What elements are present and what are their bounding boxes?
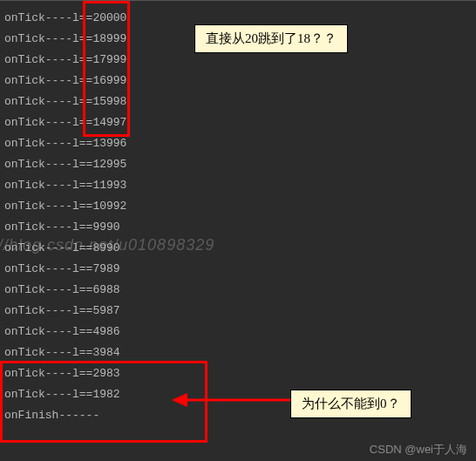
log-line: onTick----l==9990 <box>4 217 472 238</box>
log-line: onTick----l==5987 <box>4 301 472 322</box>
callout-bottom: 为什么不能到0？ <box>290 390 411 418</box>
footer-credit: CSDN @wei于人海 <box>370 442 467 458</box>
log-line: onTick----l==13996 <box>4 133 472 154</box>
log-line: onTick----l==12995 <box>4 154 472 175</box>
log-line: onTick----l==14997 <box>4 112 472 133</box>
callout-top: 直接从20跳到了18？？ <box>194 24 348 53</box>
log-line: onTick----l==8990 <box>4 238 472 259</box>
log-line: onTick----l==7989 <box>4 259 472 280</box>
log-line: onTick----l==15998 <box>4 92 472 112</box>
log-line: onTick----l==2983 <box>4 363 472 384</box>
log-line: onTick----l==10992 <box>4 196 472 217</box>
log-line: onTick----l==4986 <box>4 322 472 342</box>
log-line: onTick----l==11993 <box>4 175 472 196</box>
console-log-area: onTick----l==20000 onTick----l==18999 on… <box>0 1 476 430</box>
log-line: onTick----l==16999 <box>4 71 472 92</box>
log-line: onTick----l==6988 <box>4 280 472 301</box>
log-line: onTick----l==3984 <box>4 342 472 363</box>
